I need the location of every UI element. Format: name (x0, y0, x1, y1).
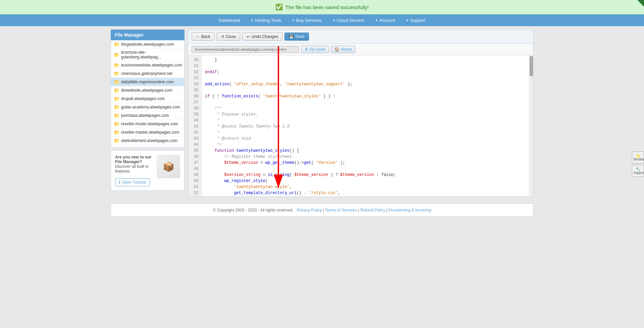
home-button[interactable]: 🏠 Home (331, 46, 355, 53)
refund-policy-link[interactable]: Refund Policy (360, 208, 385, 213)
copyright-text: © Copyright 2003 - 2023 - All rights res… (213, 208, 293, 213)
top-triangle (637, 0, 644, 7)
nav-arrow: ▼ (375, 19, 378, 22)
success-icon: ✅ (275, 3, 283, 11)
nav-arrow: ▼ (406, 19, 409, 22)
up-level-button[interactable]: ⬆ Up Level (301, 46, 329, 53)
folder-icon: 📁 (114, 138, 119, 143)
folder-icon: 📁 (114, 42, 119, 47)
nav-hosting-tools[interactable]: ▼ Hosting Tools (245, 15, 286, 26)
home-icon: 🏠 (334, 47, 339, 52)
folder-joomlaaa[interactable]: 📁 joomlaaa.atwebpages.com (111, 111, 184, 120)
nav-bar: Dashboard ▼ Hosting Tools ▼ Buy Services… (0, 14, 644, 26)
tutorial-box: 📦 Are you new to our File Manager? Disco… (111, 150, 184, 191)
code-content[interactable]: } endif; add_action( 'after_setup_theme'… (202, 55, 529, 196)
close-button[interactable]: ✕ Close (217, 33, 240, 41)
success-banner: ✅ The file has been saved successfully! (0, 0, 644, 14)
folder-icon: 📁 (114, 52, 119, 57)
provisioning-link[interactable]: Provisioning & Invoicing (388, 208, 431, 213)
footer: © Copyright 2003 - 2023 - All rights res… (111, 203, 533, 217)
nav-buy-services[interactable]: ▼ Buy Services (286, 15, 327, 26)
undo-changes-button[interactable]: ↩ Undo Changes (242, 33, 282, 41)
sidebar-title: File Manager (111, 30, 184, 40)
folder-icon: 📁 (114, 104, 119, 110)
feedback-button[interactable]: ⭐ feedback (632, 151, 644, 163)
editor-toolbar: ← Back ✕ Close ↩ Undo Changes 💾 Save (188, 30, 533, 44)
nav-dashboard[interactable]: Dashboard (213, 15, 246, 26)
open-tutorial-button[interactable]: ℹ Open Tutorial (115, 178, 150, 186)
up-level-icon: ⬆ (305, 47, 308, 52)
folder-businesswebsite[interactable]: 📁 businesswebsite.atwebpages.com (111, 61, 184, 69)
folder-brochure[interactable]: 📁 brochure-site-gutenberg.atwebpag... (111, 49, 184, 61)
folder-icon: 📁 (114, 88, 119, 93)
save-button[interactable]: 💾 Save (284, 33, 309, 41)
main-container: File Manager 📁 blogwebsite.atwebpages.co… (104, 26, 540, 200)
support-label: support (634, 171, 642, 175)
nav-arrow: ▼ (292, 19, 295, 22)
folder-reseller-master[interactable]: 📁 reseller-master.atwebpages.com (111, 128, 184, 137)
support-icon: 🔧 (634, 167, 642, 171)
nav-arrow: ▼ (332, 19, 335, 22)
close-icon: ✕ (221, 34, 224, 39)
folder-dailybible[interactable]: 📁 dailybible.mypressonline.com (111, 78, 184, 86)
nav-items: Dashboard ▼ Hosting Tools ▼ Buy Services… (213, 15, 431, 26)
tutorial-image: 📦 (157, 155, 180, 178)
nav-cloud-servers[interactable]: ▼ Cloud Servers (327, 15, 370, 26)
nav-account[interactable]: ▼ Account (370, 15, 400, 26)
folder-guitar[interactable]: 📁 guitar-academy.atwebpages.com (111, 103, 184, 111)
privacy-policy-link[interactable]: Privacy Policy (297, 208, 322, 213)
folder-icon: 📁 (114, 71, 119, 76)
editor-area: ← Back ✕ Close ↩ Undo Changes 💾 Save (188, 30, 533, 197)
feedback-icon: ⭐ (634, 154, 642, 157)
path-bar: ⬆ Up Level 🏠 Home (188, 44, 533, 55)
editor-scrollbar[interactable] (529, 55, 533, 196)
folder-icon: 📁 (114, 130, 119, 135)
path-input[interactable] (192, 46, 299, 53)
tutorial-icon: ℹ (119, 180, 120, 185)
folder-icon: 📁 (114, 79, 119, 85)
folder-icon: 📁 (114, 113, 119, 118)
nav-arrow: ▼ (251, 19, 254, 22)
folder-diviwebsite[interactable]: 📁 diviwebsite.atwebpages.com (111, 86, 184, 95)
folder-icon: 📁 (114, 121, 119, 127)
feedback-label: feedback (634, 157, 642, 161)
folder-sitebuildertest[interactable]: 📁 sitebuildertest.atwebpages.com (111, 137, 184, 145)
undo-icon: ↩ (247, 34, 250, 39)
folder-cinemasux[interactable]: 📁 cinemasux.getenjoyment.net (111, 69, 184, 78)
terms-link[interactable]: Terms of Services (325, 208, 357, 213)
nav-support[interactable]: ▼ Support (400, 15, 431, 26)
folder-icon: 📁 (114, 96, 119, 101)
sidebar: File Manager 📁 blogwebsite.atwebpages.co… (111, 30, 184, 197)
save-icon: 💾 (289, 34, 294, 39)
back-button[interactable]: ← Back (192, 33, 215, 41)
sidebar-file-list: 📁 blogwebsite.atwebpages.com 📁 brochure-… (111, 40, 184, 148)
folder-blogwebsite[interactable]: 📁 blogwebsite.atwebpages.com (111, 40, 184, 49)
side-buttons: ⭐ feedback 🔧 support (632, 151, 644, 177)
success-message: The file has been saved successfully! (285, 4, 369, 10)
folder-drupall[interactable]: 📁 drupall.atwebpages.com (111, 95, 184, 103)
code-editor: 3031323334 3536373839 4041424344 4546474… (188, 55, 533, 196)
line-numbers: 3031323334 3536373839 4041424344 4546474… (188, 55, 202, 196)
folder-icon: 📁 (114, 62, 119, 68)
support-button[interactable]: 🔧 support (632, 165, 644, 177)
folder-reseller-hoster[interactable]: 📁 reseller-hoster.atwebpages.com (111, 120, 184, 128)
back-icon: ← (196, 34, 200, 39)
folder-wp-tutorials[interactable]: 📁 wordpress-tutorials.atwebpages.cc (111, 145, 184, 148)
